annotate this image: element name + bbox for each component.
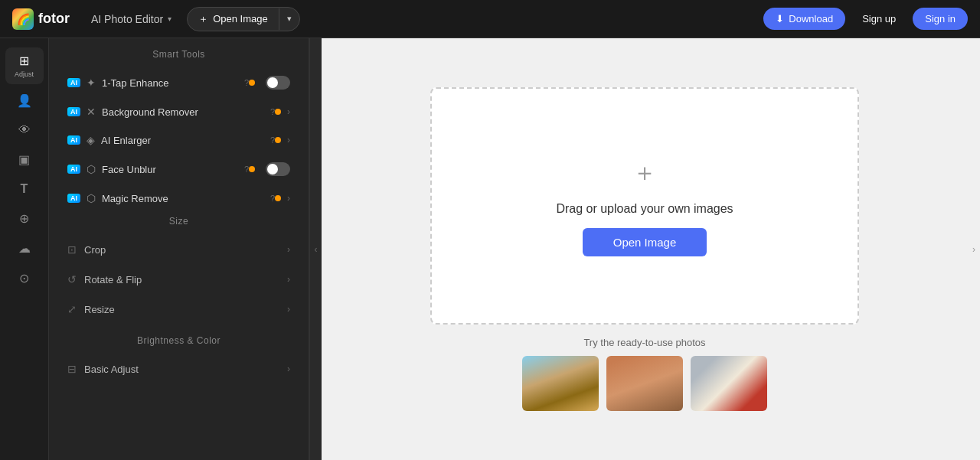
brightness-title: Brightness & Color (49, 325, 309, 354)
bg-remover-label: Background Remover (102, 106, 267, 118)
nav-item-group[interactable]: ⊕ (5, 205, 44, 232)
rotate-flip-label: Rotate & Flip (84, 274, 287, 285)
ai-badge-enlarger: AI (67, 135, 80, 145)
nav-item-cloud[interactable]: ☁ (5, 235, 44, 262)
face-unblur-toggle[interactable] (249, 162, 290, 176)
person-icon: 👤 (17, 93, 32, 108)
tool-bg-remover[interactable]: AI ✕ Background Remover ? › (55, 98, 302, 126)
ai-enlarger-label: AI Enlarger (101, 135, 267, 146)
rotate-icon: ↺ (67, 273, 77, 285)
sample-photo-3[interactable] (691, 356, 767, 411)
open-image-label: Open Image (213, 13, 268, 24)
ai-enlarger-dot (275, 137, 281, 143)
face-icon: ⬡ (87, 163, 96, 175)
smart-tools-title: Smart Tools (49, 38, 309, 67)
ready-photos-section: Try the ready-to-use photos (522, 337, 767, 411)
nav-label-adjust: Adjust (15, 70, 34, 78)
nav-item-layers[interactable]: ▣ (5, 146, 44, 173)
download-button[interactable]: ⬇ Download (763, 8, 845, 30)
tool-ai-enlarger[interactable]: AI ◈ AI Enlarger ? › (55, 126, 302, 154)
nav-item-adjust[interactable]: ⊞ Adjust (5, 47, 44, 84)
text-icon: T (21, 182, 28, 196)
nav-item-text[interactable]: T (5, 176, 44, 202)
panel-collapse-handle[interactable]: ‹ (309, 38, 322, 460)
group-icon: ⊕ (19, 211, 29, 226)
sample-photo-1[interactable] (522, 356, 599, 411)
one-tap-dot (249, 80, 255, 86)
logo: 🌈 fotor (12, 8, 70, 30)
open-image-dropdown-icon[interactable]: ▾ (279, 9, 299, 28)
eye-icon: 👁 (18, 123, 31, 137)
basic-adjust-label: Basic Adjust (84, 364, 287, 375)
editor-title-label: AI Photo Editor (91, 13, 163, 25)
tool-crop[interactable]: ⊡ Crop › (55, 235, 302, 264)
open-image-main[interactable]: ＋ Open Image (188, 8, 279, 31)
signin-button[interactable]: Sign in (913, 8, 968, 30)
tool-basic-adjust[interactable]: ⊟ Basic Adjust › (55, 354, 302, 383)
nav-item-person[interactable]: 👤 (5, 87, 44, 114)
face-unblur-toggle-switch[interactable] (266, 162, 290, 176)
layers-icon: ▣ (18, 152, 30, 167)
adjust-icon: ⊞ (19, 54, 29, 68)
nav-item-eye[interactable]: 👁 (5, 117, 44, 143)
basic-adjust-icon: ⊟ (67, 363, 77, 375)
plus-icon: ＋ (198, 12, 208, 26)
open-image-canvas-button[interactable]: Open Image (583, 228, 707, 256)
more-icon: ⊙ (19, 271, 29, 285)
upload-plus-icon: ＋ (632, 156, 657, 190)
editor-title-btn[interactable]: AI Photo Editor ▾ (85, 10, 178, 28)
photo-thumbs (522, 356, 767, 411)
chevron-down-icon: ▾ (168, 15, 172, 23)
download-label: Download (789, 13, 833, 24)
download-icon: ⬇ (776, 13, 784, 24)
right-handle-icon: › (972, 244, 975, 255)
icon-nav: ⊞ Adjust 👤 👁 ▣ T ⊕ ☁ ⊙ (0, 38, 49, 460)
bg-remover-icon: ✕ (87, 106, 96, 118)
main-layout: ⊞ Adjust 👤 👁 ▣ T ⊕ ☁ ⊙ Smart Tools AI (0, 38, 980, 460)
resize-icon: ⤢ (67, 303, 77, 315)
open-image-button[interactable]: ＋ Open Image ▾ (187, 7, 300, 31)
collapse-icon: ‹ (315, 244, 318, 255)
tools-panel: Smart Tools AI ✦ 1-Tap Enhance ? AI ✕ Ba… (49, 38, 309, 460)
one-tap-toggle-switch[interactable] (266, 76, 290, 90)
resize-chevron-icon: › (287, 304, 290, 315)
sample-photo-2[interactable] (606, 356, 683, 411)
bg-remover-dot (275, 109, 281, 115)
ai-badge-magic: AI (67, 194, 80, 203)
tool-face-unblur[interactable]: AI ⬡ Face Unblur ? (55, 155, 302, 184)
ready-photos-text: Try the ready-to-use photos (522, 337, 767, 348)
crop-icon: ⊡ (67, 243, 77, 256)
cloud-icon: ☁ (18, 241, 31, 256)
rotate-flip-chevron-icon: › (287, 274, 290, 285)
enlarger-icon: ◈ (87, 134, 95, 146)
ai-enlarger-chevron-icon: › (287, 135, 290, 145)
size-title: Size (49, 213, 309, 234)
one-tap-label: 1-Tap Enhance (102, 77, 241, 89)
canvas-area: ＋ Drag or upload your own images Open Im… (322, 38, 968, 460)
nav-item-more[interactable]: ⊙ (5, 265, 44, 292)
basic-adjust-chevron-icon: › (287, 364, 290, 374)
face-unblur-label: Face Unblur (102, 164, 241, 175)
enhance-icon: ✦ (87, 77, 96, 89)
topbar: 🌈 fotor AI Photo Editor ▾ ＋ Open Image ▾… (0, 0, 980, 38)
ai-badge-face: AI (67, 165, 80, 174)
one-tap-toggle[interactable] (249, 76, 290, 90)
resize-label: Resize (84, 304, 287, 315)
logo-icon: 🌈 (12, 8, 34, 30)
ai-badge-one-tap: AI (67, 78, 80, 87)
magic-icon: ⬡ (87, 192, 96, 204)
upload-text: Drag or upload your own images (556, 202, 733, 216)
tool-magic-remove[interactable]: AI ⬡ Magic Remove ? › (55, 184, 302, 212)
upload-zone[interactable]: ＋ Drag or upload your own images Open Im… (430, 87, 859, 325)
logo-text: fotor (38, 11, 70, 27)
right-panel-handle[interactable]: › (968, 38, 980, 460)
crop-chevron-icon: › (287, 244, 290, 255)
magic-remove-dot (275, 195, 281, 201)
tool-one-tap-enhance[interactable]: AI ✦ 1-Tap Enhance ? (55, 68, 302, 97)
tool-rotate-flip[interactable]: ↺ Rotate & Flip › (55, 265, 302, 294)
magic-remove-chevron-icon: › (287, 193, 290, 204)
signup-button[interactable]: Sign up (854, 8, 903, 29)
face-unblur-dot (249, 166, 255, 172)
tool-resize[interactable]: ⤢ Resize › (55, 295, 302, 324)
bg-remover-chevron-icon: › (287, 106, 290, 117)
